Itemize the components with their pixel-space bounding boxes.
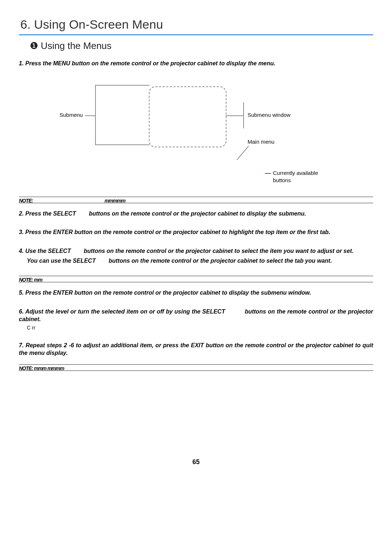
step-3: 3. Press the ENTER button on the remote … — [19, 228, 373, 236]
step-5: 5. Press the ENTER button on the remote … — [19, 289, 373, 297]
horizontal-rule — [19, 34, 373, 35]
section-title: ❶ Using the Menus — [30, 40, 373, 52]
page-number: 65 — [0, 458, 392, 466]
step-1: 1. Press the MENU button on the remote c… — [19, 60, 373, 67]
note-bar-2: NOTE: mm — [19, 276, 373, 282]
label-main-menu: Main menu — [248, 139, 274, 145]
label-available-buttons-1: Currently available — [273, 170, 318, 176]
label-submenu: Submenu — [60, 112, 83, 118]
step-6-line1: 6. Adjust the level or turn the selected… — [19, 308, 373, 323]
step-4-line2: You can use the SELECT buttons on the re… — [27, 257, 373, 265]
label-submenu-window: Submenu window — [248, 112, 290, 118]
note-bar-3: NOTE: mmm mmmm — [19, 364, 373, 371]
step-7: 7. Repeat steps 2 -6 to adjust an additi… — [19, 341, 373, 357]
step-2: 2. Press the SELECT buttons on the remot… — [19, 210, 373, 218]
step-6-line2: C rr — [27, 325, 373, 331]
menu-diagram: Submenu Submenu window Main menu Current… — [19, 73, 373, 193]
step-4-line1: 4. Use the SELECT buttons on the remote … — [19, 247, 373, 255]
note-bar-1: NOTE: mmmmm — [19, 197, 373, 203]
label-available-buttons-2: buttons — [273, 177, 291, 183]
chapter-title: 6. Using On-Screen Menu — [20, 17, 373, 32]
